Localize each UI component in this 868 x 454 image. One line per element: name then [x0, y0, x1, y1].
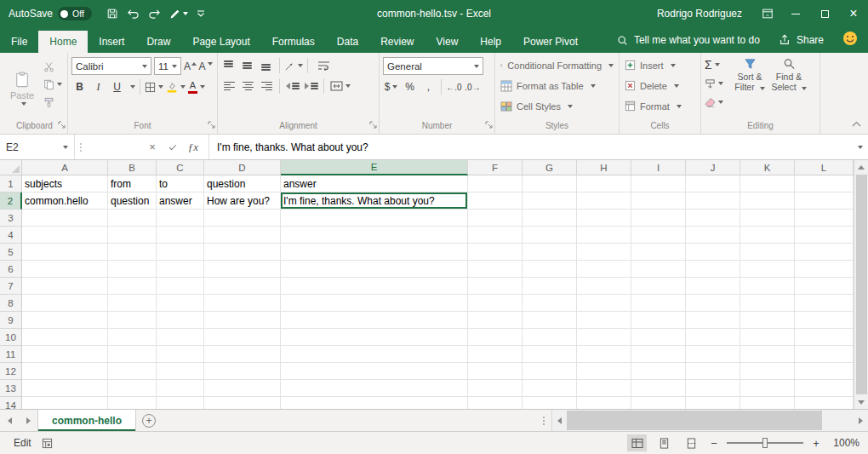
undo-icon[interactable] [123, 3, 144, 25]
cell-H6[interactable] [577, 261, 631, 278]
column-header-J[interactable]: J [686, 160, 740, 175]
cell-H3[interactable] [577, 210, 631, 227]
cell-J2[interactable] [686, 193, 740, 210]
column-header-A[interactable]: A [22, 160, 108, 175]
tab-data[interactable]: Data [326, 31, 369, 53]
cell-C2[interactable]: answer [157, 193, 204, 210]
cell-E14[interactable] [281, 397, 468, 409]
cell-D5[interactable] [204, 244, 281, 261]
column-header-I[interactable]: I [631, 160, 686, 175]
formula-bar-grip[interactable] [80, 143, 82, 152]
cell-L10[interactable] [795, 329, 854, 346]
underline-button[interactable]: U [109, 78, 125, 95]
cell-K7[interactable] [740, 278, 795, 295]
cell-J5[interactable] [686, 244, 740, 261]
cell-F2[interactable] [468, 193, 523, 210]
cell-I14[interactable] [631, 397, 686, 409]
scroll-down-icon[interactable] [854, 395, 868, 409]
autosum-button[interactable]: Σ [705, 57, 730, 72]
cell-A5[interactable] [22, 244, 108, 261]
cell-K11[interactable] [740, 346, 795, 363]
format-cells-button[interactable]: Format [623, 96, 697, 116]
collapse-ribbon-icon[interactable] [852, 115, 861, 130]
page-break-view-icon[interactable] [682, 434, 701, 451]
tab-scroll-grip[interactable] [543, 410, 545, 431]
cell-A4[interactable] [22, 227, 108, 244]
column-header-B[interactable]: B [108, 160, 157, 175]
cell-D11[interactable] [204, 346, 281, 363]
new-sheet-button[interactable]: + [136, 410, 162, 431]
column-header-G[interactable]: G [523, 160, 577, 175]
cell-D10[interactable] [204, 329, 281, 346]
number-format-combo[interactable]: General [383, 57, 483, 75]
cell-A1[interactable]: subjects [22, 175, 108, 193]
paste-button[interactable]: Paste [5, 55, 39, 120]
underline-caret[interactable] [130, 85, 135, 89]
clipboard-dialog-launcher-icon[interactable] [58, 117, 66, 132]
currency-format-button[interactable]: $ [383, 78, 399, 95]
tab-insert[interactable]: Insert [88, 31, 135, 53]
cell-G7[interactable] [523, 278, 577, 295]
cell-D13[interactable] [204, 380, 281, 397]
cell-I3[interactable] [631, 210, 686, 227]
cell-D8[interactable] [204, 295, 281, 312]
cell-J6[interactable] [686, 261, 740, 278]
cell-G13[interactable] [523, 380, 577, 397]
cell-L3[interactable] [795, 210, 854, 227]
cell-D9[interactable] [204, 312, 281, 329]
cell-F3[interactable] [468, 210, 523, 227]
cell-F6[interactable] [468, 261, 523, 278]
cell-L13[interactable] [795, 380, 854, 397]
next-sheet-icon[interactable] [19, 410, 37, 431]
cell-E12[interactable] [281, 363, 468, 380]
previous-sheet-icon[interactable] [0, 410, 19, 431]
column-header-H[interactable]: H [577, 160, 631, 175]
normal-view-icon[interactable] [627, 434, 647, 451]
cell-E6[interactable] [281, 261, 468, 278]
fill-icon[interactable] [705, 76, 730, 91]
align-center-icon[interactable] [240, 78, 256, 95]
cell-K13[interactable] [740, 380, 795, 397]
cell-D4[interactable] [204, 227, 281, 244]
cell-L4[interactable] [795, 227, 854, 244]
user-name[interactable]: Rodrigo Rodriguez [657, 8, 742, 20]
cell-E5[interactable] [281, 244, 468, 261]
cell-H1[interactable] [577, 175, 631, 193]
insert-function-icon[interactable]: ƒx [183, 141, 203, 154]
row-header-3[interactable]: 3 [0, 210, 22, 227]
cell-I8[interactable] [631, 295, 686, 312]
cell-G12[interactable] [523, 363, 577, 380]
merge-center-icon[interactable] [328, 78, 352, 95]
cell-A11[interactable] [22, 346, 108, 363]
row-header-2[interactable]: 2 [0, 193, 22, 210]
cell-L7[interactable] [795, 278, 854, 295]
cell-J13[interactable] [686, 380, 740, 397]
cell-I12[interactable] [631, 363, 686, 380]
row-header-12[interactable]: 12 [0, 363, 22, 380]
horizontal-scroll-thumb[interactable] [567, 411, 822, 430]
cell-C14[interactable] [157, 397, 204, 409]
tab-power-pivot[interactable]: Power Pivot [512, 31, 589, 53]
comma-format-button[interactable]: , [420, 78, 437, 95]
cell-B10[interactable] [108, 329, 157, 346]
cell-K9[interactable] [740, 312, 795, 329]
cell-G10[interactable] [523, 329, 577, 346]
customize-qat-icon[interactable] [192, 3, 209, 25]
cell-G11[interactable] [523, 346, 577, 363]
row-header-10[interactable]: 10 [0, 329, 22, 346]
cell-I4[interactable] [631, 227, 686, 244]
cell-G8[interactable] [523, 295, 577, 312]
cell-I1[interactable] [631, 175, 686, 193]
cell-I11[interactable] [631, 346, 686, 363]
cell-C4[interactable] [157, 227, 204, 244]
wrap-text-icon[interactable] [312, 57, 334, 74]
cell-A10[interactable] [22, 329, 108, 346]
cell-J10[interactable] [686, 329, 740, 346]
cell-K1[interactable] [740, 175, 795, 193]
cell-H10[interactable] [577, 329, 631, 346]
cell-J1[interactable] [686, 175, 740, 193]
cell-E4[interactable] [281, 227, 468, 244]
cell-K12[interactable] [740, 363, 795, 380]
cell-C13[interactable] [157, 380, 204, 397]
cell-C9[interactable] [157, 312, 204, 329]
